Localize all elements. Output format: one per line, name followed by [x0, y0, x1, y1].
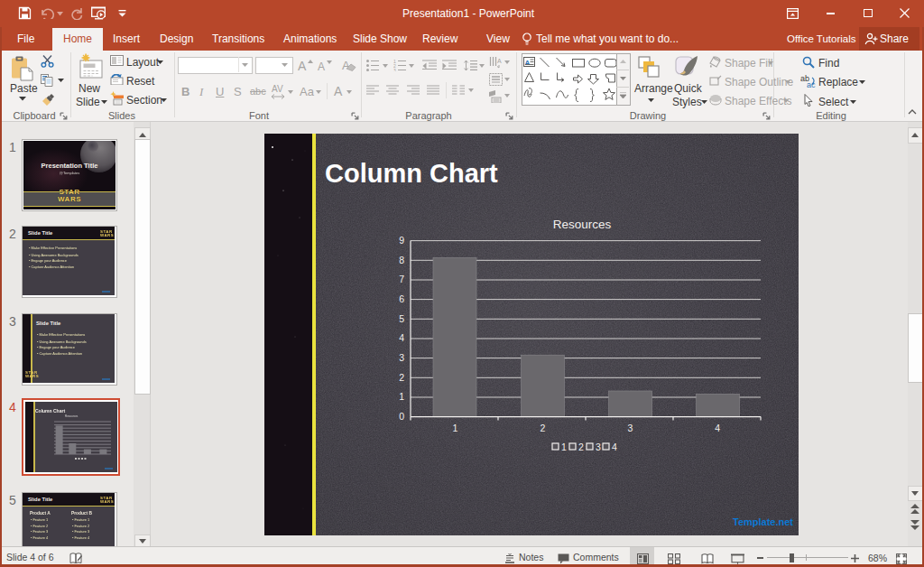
svg-text:8: 8 — [399, 255, 404, 265]
svg-text:2: 2 — [540, 423, 545, 433]
svg-text:6: 6 — [399, 293, 404, 304]
svg-text:3: 3 — [393, 68, 396, 72]
svg-text:Resources: Resources — [553, 218, 612, 231]
svg-text:5: 5 — [399, 313, 404, 324]
svg-text:2: 2 — [399, 372, 404, 383]
svg-text:0: 0 — [399, 411, 404, 422]
svg-text:3: 3 — [399, 352, 404, 363]
svg-text:3: 3 — [628, 423, 633, 433]
svg-text:1: 1 — [399, 391, 404, 402]
svg-text:4: 4 — [399, 332, 404, 343]
svg-text:2: 2 — [578, 442, 584, 452]
svg-text:9: 9 — [399, 235, 404, 246]
svg-text:A: A — [497, 58, 502, 64]
svg-text:3: 3 — [596, 442, 601, 452]
svg-text:A: A — [525, 59, 531, 67]
svg-text:4: 4 — [612, 442, 617, 452]
svg-text:7: 7 — [399, 274, 404, 284]
svg-text:4: 4 — [715, 423, 720, 433]
svg-text:1: 1 — [561, 442, 567, 452]
svg-text:1: 1 — [452, 423, 457, 433]
